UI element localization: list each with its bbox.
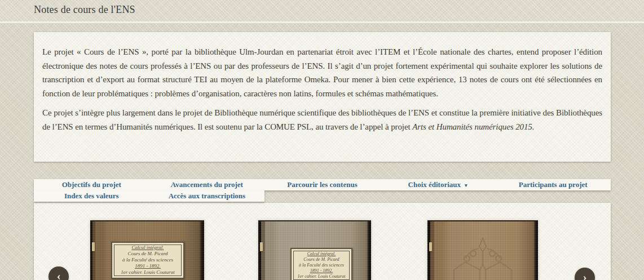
- page-title[interactable]: Notes de cours de l'ENS: [34, 4, 135, 16]
- nav-item-label: Choix éditoriaux: [408, 180, 461, 189]
- main-navigation: Objectifs du projet Avancements du proje…: [34, 179, 611, 202]
- label-line: Calcul intégral.: [132, 245, 164, 251]
- carousel-item-notebook-1[interactable]: Calcul intégral. Cours de M. Picard à la…: [90, 220, 204, 280]
- chevron-left-icon: ‹: [57, 270, 61, 280]
- binding-clasp: [92, 242, 95, 251]
- project-description-panel: Le projet « Cours de l’ENS », porté par …: [34, 32, 611, 162]
- intro-paragraph-1: Le projet « Cours de l’ENS », porté par …: [42, 45, 602, 100]
- label-line: Cours de M. Picard: [127, 251, 167, 257]
- nav-row-1: Objectifs du projet Avancements du proje…: [34, 179, 611, 190]
- intro-paragraph-1-text: Le projet « Cours de l’ENS », porté par …: [42, 47, 602, 98]
- label-line: 1891 - 1892.: [310, 268, 333, 274]
- handwritten-cover-label: Calcul intégral. Cours de M. Picard à la…: [111, 242, 184, 279]
- carousel-previous-button[interactable]: ‹: [48, 266, 69, 280]
- label-line: 1891 - 1892.: [135, 263, 161, 269]
- label-line: à la Faculté des sciences: [122, 257, 173, 263]
- carousel-next-button[interactable]: ›: [575, 268, 595, 280]
- handwritten-cover-label: Calcul intégral. Cours de M. Picard à la…: [290, 248, 352, 280]
- embossed-crown-emblem: [448, 235, 517, 280]
- nav-item-index-des-valeurs[interactable]: Index des valeurs: [34, 190, 149, 202]
- label-line: 1er cahier. Louis Couturat: [298, 274, 346, 279]
- label-line: Calcul intégral.: [307, 251, 336, 257]
- nav-item-avancements-du-projet[interactable]: Avancements du projet: [149, 179, 265, 190]
- site-header: Notes de cours de l'ENS: [0, 0, 644, 23]
- nav-row-2: Index des valeurs Accès aux transcriptio…: [34, 190, 264, 202]
- nav-item-label: Parcourir les contenus: [287, 180, 357, 189]
- nav-item-participants-au-projet[interactable]: Participants au projet: [495, 179, 611, 190]
- intro-paragraph-2: Ce projet s’intègre plus largement dans …: [42, 106, 602, 134]
- nav-item-label: Index des valeurs: [64, 192, 119, 201]
- page: { "header": { "title": "Notes de cours d…: [0, 0, 644, 280]
- intro-paragraph-2-italic: Arts et Humanités numériques 2015.: [412, 122, 534, 131]
- label-line: à la Faculté des sciences: [299, 263, 344, 268]
- carousel-item-notebook-3[interactable]: [427, 220, 538, 280]
- label-line: Cours de M. Picard: [303, 257, 339, 263]
- nav-item-label: Participants au projet: [519, 180, 588, 189]
- chevron-down-icon: ▾: [465, 183, 467, 188]
- nav-item-label: Avancements du projet: [171, 180, 243, 189]
- nav-item-label: Accès aux transcriptions: [169, 192, 246, 201]
- chevron-right-icon: ›: [583, 272, 587, 280]
- nav-item-objectifs-du-projet[interactable]: Objectifs du projet: [34, 179, 149, 190]
- carousel-item-notebook-2[interactable]: Calcul intégral. Cours de M. Picard à la…: [258, 220, 371, 280]
- binding-clasp: [260, 242, 263, 251]
- label-line: 1er cahier. Louis Couturat: [121, 269, 175, 275]
- featured-items-carousel: Calcul intégral. Cours de M. Picard à la…: [34, 203, 611, 280]
- nav-item-label: Objectifs du projet: [62, 180, 121, 189]
- binding-clasp: [429, 242, 432, 251]
- nav-item-choix-editoriaux[interactable]: Choix éditoriaux ▾: [380, 179, 496, 190]
- nav-item-acces-aux-transcriptions[interactable]: Accès aux transcriptions: [149, 190, 265, 202]
- nav-item-parcourir-les-contenus[interactable]: Parcourir les contenus: [264, 179, 380, 190]
